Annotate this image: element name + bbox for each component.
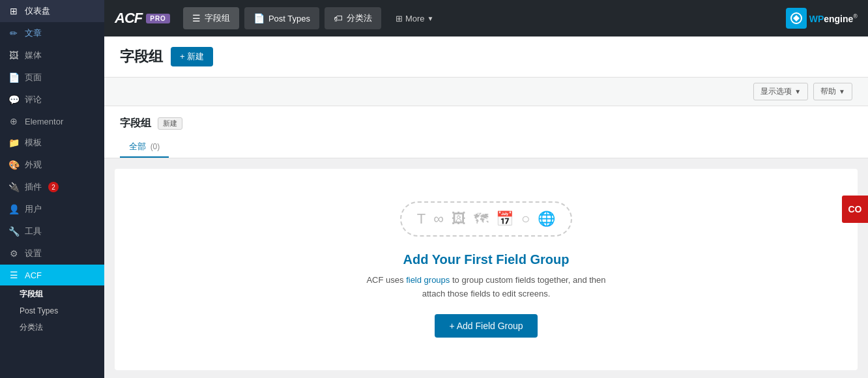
sidebar-item-label: 评论	[25, 94, 42, 106]
sidebar-item-media[interactable]: 🖼 媒体	[0, 44, 104, 66]
sidebar-item-label: 媒体	[25, 50, 42, 61]
plugins-icon: 🔌	[8, 182, 20, 192]
sidebar-sub-taxonomies[interactable]: 分类法	[0, 319, 104, 336]
sidebar-item-label: ACF	[25, 270, 42, 280]
nav-field-groups-label: 字段组	[205, 12, 230, 24]
sidebar-sub-label: Post Types	[20, 306, 58, 315]
map-type-icon: 🗺	[474, 211, 488, 227]
nav-post-types-label: Post Types	[268, 14, 310, 23]
dashboard-icon: ⊞	[8, 6, 20, 16]
text-type-icon: T	[417, 211, 426, 227]
sidebar-item-label: 用户	[25, 203, 42, 215]
add-field-group-button[interactable]: + Add Field Group	[435, 314, 537, 338]
sidebar-item-label: 仪表盘	[25, 5, 50, 17]
sidebar-item-dashboard[interactable]: ⊞ 仪表盘	[0, 0, 104, 22]
sidebar-item-label: 设置	[25, 248, 42, 259]
sidebar-item-label: 文章	[25, 27, 42, 39]
taxonomies-nav-icon: 🏷	[334, 13, 343, 23]
top-navigation: ACF PRO ☰ 字段组 📄 Post Types 🏷 分类法 ⊞ More …	[104, 0, 868, 36]
help-chevron-icon: ▼	[839, 88, 845, 95]
post-types-nav-icon: 📄	[253, 13, 265, 23]
sidebar-sub-field-groups[interactable]: 字段组	[0, 285, 104, 303]
sidebar-item-comments[interactable]: 💬 评论	[0, 89, 104, 111]
help-button[interactable]: 帮助 ▼	[813, 83, 852, 100]
sidebar-item-plugins[interactable]: 🔌 插件 2	[0, 176, 104, 198]
field-groups-nav-icon: ☰	[192, 13, 201, 23]
empty-desc-part1: ACF uses	[366, 275, 406, 285]
display-options-label: 显示选项	[760, 86, 792, 97]
tab-all-label: 全部	[129, 141, 146, 151]
field-type-icons: T ∞ 🖼 🗺 📅 ○ 🌐	[400, 201, 572, 237]
content-area: 显示选项 ▼ 帮助 ▼ 字段组 新建 全部 (0)	[104, 78, 868, 378]
more-nav-icon: ⊞	[396, 14, 403, 23]
empty-desc-part2: to group custom fields together, and the…	[422, 275, 606, 298]
tab-all[interactable]: 全部 (0)	[120, 137, 169, 158]
display-options-chevron-icon: ▼	[794, 88, 801, 95]
empty-state: T ∞ 🖼 🗺 📅 ○ 🌐 Add Your First Field Group…	[115, 169, 858, 370]
nav-taxonomies-button[interactable]: 🏷 分类法	[325, 7, 381, 29]
sidebar-item-label: Elementor	[25, 117, 63, 126]
sidebar-item-label: 插件	[25, 181, 42, 193]
globe-type-icon: 🌐	[538, 211, 555, 227]
display-options-button[interactable]: 显示选项 ▼	[753, 83, 808, 100]
acf-icon: ☰	[8, 270, 20, 280]
co-avatar[interactable]: CO	[842, 196, 868, 223]
acf-logo: ACF PRO	[115, 10, 170, 27]
sidebar-item-acf[interactable]: ☰ ACF	[0, 265, 104, 285]
settings-icon: ⚙	[8, 248, 20, 259]
tabs-row: 全部 (0)	[120, 137, 852, 158]
fieldgroups-new-badge[interactable]: 新建	[158, 117, 182, 130]
pages-icon: 📄	[8, 72, 20, 83]
sidebar-sub-label: 分类法	[20, 323, 43, 332]
posts-icon: ✏	[8, 28, 20, 38]
acf-logo-text: ACF	[115, 10, 142, 27]
sidebar-item-appearance[interactable]: 🎨 外观	[0, 154, 104, 176]
sidebar-sub-label: 字段组	[20, 289, 43, 298]
new-button[interactable]: + 新建	[171, 47, 213, 66]
help-label: 帮助	[820, 86, 836, 97]
sidebar-sub-post-types[interactable]: Post Types	[0, 303, 104, 319]
date-type-icon: 📅	[496, 211, 514, 227]
nav-field-groups-button[interactable]: ☰ 字段组	[183, 7, 239, 29]
sidebar-item-tools[interactable]: 🔧 工具	[0, 220, 104, 242]
nav-post-types-button[interactable]: 📄 Post Types	[244, 7, 319, 29]
fieldgroups-section-header: 字段组 新建 全部 (0)	[104, 106, 868, 158]
sidebar-item-templates[interactable]: 📁 模板	[0, 132, 104, 154]
empty-state-description: ACF uses field groups to group custom fi…	[362, 274, 610, 301]
users-icon: 👤	[8, 204, 20, 214]
main-content: ACF PRO ☰ 字段组 📄 Post Types 🏷 分类法 ⊞ More …	[104, 0, 868, 378]
image-type-icon: 🖼	[452, 211, 466, 227]
media-icon: 🖼	[8, 50, 20, 61]
circle-type-icon: ○	[521, 211, 530, 227]
wpengine-logo: WPengine®	[786, 8, 858, 29]
wpengine-text: WPengine®	[809, 13, 858, 24]
elementor-icon: ⊕	[8, 116, 20, 126]
sidebar: ⊞ 仪表盘 ✏ 文章 🖼 媒体 📄 页面 💬 评论 ⊕ Elementor 📁 …	[0, 0, 104, 378]
sidebar-item-posts[interactable]: ✏ 文章	[0, 22, 104, 44]
sidebar-item-label: 页面	[25, 72, 42, 83]
sidebar-item-label: 模板	[25, 137, 42, 149]
nav-taxonomies-label: 分类法	[347, 12, 372, 24]
page-title: 字段组	[120, 47, 163, 66]
pro-badge: PRO	[146, 14, 170, 23]
infinite-type-icon: ∞	[433, 211, 444, 227]
toolbar: 显示选项 ▼ 帮助 ▼	[104, 78, 868, 106]
sidebar-item-users[interactable]: 👤 用户	[0, 198, 104, 220]
sidebar-item-settings[interactable]: ⚙ 设置	[0, 242, 104, 265]
empty-desc-link[interactable]: field groups	[406, 275, 450, 285]
sidebar-item-label: 外观	[25, 159, 42, 171]
fieldgroups-title-row: 字段组 新建	[120, 117, 852, 130]
fieldgroups-section-title: 字段组	[120, 117, 151, 130]
nav-more-button[interactable]: ⊞ More ▼	[386, 7, 443, 29]
sidebar-item-label: 工具	[25, 225, 42, 237]
comments-icon: 💬	[8, 94, 20, 105]
appearance-icon: 🎨	[8, 160, 20, 170]
nav-more-label: More	[405, 14, 425, 23]
page-header: 字段组 + 新建	[104, 36, 868, 78]
empty-state-title: Add Your First Field Group	[403, 252, 570, 267]
templates-icon: 📁	[8, 138, 20, 148]
sidebar-item-pages[interactable]: 📄 页面	[0, 66, 104, 89]
plugins-badge: 2	[48, 182, 59, 192]
sidebar-item-elementor[interactable]: ⊕ Elementor	[0, 111, 104, 132]
tools-icon: 🔧	[8, 226, 20, 237]
